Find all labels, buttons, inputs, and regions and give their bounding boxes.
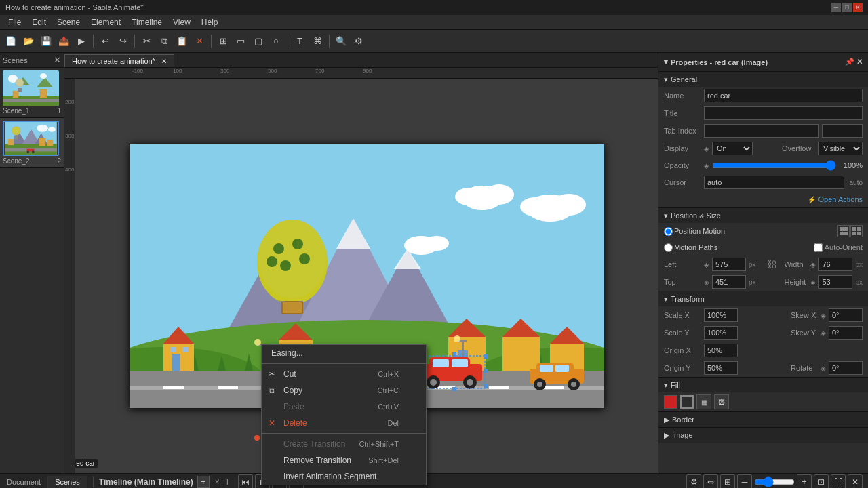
ctx-create-transition[interactable]: Create Transition Ctrl+Shift+T	[262, 436, 426, 452]
props-collapse-btn[interactable]: ▾	[664, 58, 668, 66]
tl-arrows-btn[interactable]: ⇔	[703, 474, 718, 489]
timeline-text-btn[interactable]: T	[225, 477, 230, 487]
title-input[interactable]	[704, 106, 863, 120]
timeline-close-btn[interactable]: ✕	[212, 476, 222, 487]
position-motion-radio[interactable]	[664, 227, 673, 236]
fill-color-border[interactable]	[680, 395, 694, 409]
tabindex-input2[interactable]	[822, 124, 863, 138]
open-btn[interactable]: 📂	[20, 33, 37, 49]
border-header[interactable]: ▶ Border	[658, 412, 868, 427]
transform-header[interactable]: ▾ Transform	[658, 291, 868, 306]
delete-btn[interactable]: ✕	[191, 33, 208, 49]
menu-file[interactable]: File	[3, 16, 26, 28]
shape-circle-btn[interactable]: ○	[268, 33, 284, 49]
shape-rounded-btn[interactable]: ▢	[250, 33, 267, 49]
originy-input[interactable]	[704, 361, 738, 375]
ctx-easing[interactable]: Easing...	[262, 345, 426, 361]
zoom-btn[interactable]: 🔍	[333, 33, 349, 49]
ctx-invert-segment[interactable]: Invert Animation Segment	[262, 468, 426, 485]
tl-zoom-slider[interactable]	[754, 479, 795, 485]
menu-element[interactable]: Element	[85, 16, 126, 28]
left-input[interactable]	[712, 258, 746, 271]
ctx-remove-transition[interactable]: Remove Transition Shift+Del	[262, 452, 426, 468]
name-input[interactable]	[704, 89, 863, 102]
position-motion-opt[interactable]: Position Motion	[664, 227, 725, 236]
svg-btn[interactable]: ⌘	[309, 33, 326, 49]
timeline-add-btn[interactable]: +	[197, 476, 210, 488]
props-close-btn[interactable]: ✕	[856, 58, 863, 66]
tl-close-btn2[interactable]: ✕	[848, 474, 863, 489]
new-btn[interactable]: 📄	[3, 33, 19, 49]
props-pin-btn[interactable]: 📌	[845, 58, 854, 66]
scaley-label: Scale Y	[664, 329, 701, 337]
menu-help[interactable]: Help	[196, 16, 224, 28]
preview-btn[interactable]: ▶	[73, 33, 90, 49]
top-input[interactable]	[712, 275, 746, 289]
skewx-input[interactable]	[829, 308, 863, 322]
undo-btn[interactable]: ↩	[97, 33, 113, 49]
scene-2-thumb[interactable]: Scene_2 2	[0, 118, 64, 168]
motion-paths-radio[interactable]	[664, 243, 673, 252]
open-actions-btn[interactable]: Open Actions	[818, 195, 863, 203]
rotate-input[interactable]	[829, 361, 863, 375]
settings-btn[interactable]: ⚙	[351, 33, 367, 49]
scaley-input[interactable]	[704, 326, 738, 340]
fill-color-solid[interactable]	[664, 395, 677, 409]
tabindex-input[interactable]	[704, 124, 819, 138]
auto-orient-check[interactable]	[814, 243, 823, 252]
tl-fit-btn[interactable]: ⊡	[814, 474, 829, 489]
minimize-btn[interactable]: ─	[831, 3, 841, 12]
align-btn[interactable]: ⊞	[215, 33, 231, 49]
opacity-slider[interactable]	[712, 162, 836, 169]
menu-timeline[interactable]: Timeline	[126, 16, 167, 28]
tab-close-btn[interactable]: ✕	[161, 58, 167, 65]
save-btn[interactable]: 💾	[38, 33, 54, 49]
paste-btn[interactable]: 📋	[174, 33, 190, 49]
scene-1-thumb[interactable]: Scene_1 1	[0, 68, 64, 118]
scalex-input[interactable]	[704, 308, 738, 322]
display-select[interactable]: On Off	[712, 142, 753, 155]
cut-btn[interactable]: ✂	[138, 33, 155, 49]
close-btn[interactable]: ✕	[853, 3, 863, 12]
originx-input[interactable]	[704, 344, 738, 357]
tab-scenes[interactable]: Scenes	[48, 476, 87, 488]
skewy-input[interactable]	[829, 326, 863, 340]
image-header[interactable]: ▶ Image	[658, 428, 868, 443]
general-header[interactable]: ▾ General	[658, 72, 868, 87]
maximize-btn[interactable]: □	[842, 3, 852, 12]
skip-back-btn[interactable]: ⏮	[238, 474, 253, 489]
text-btn[interactable]: T	[292, 33, 308, 49]
width-input[interactable]	[818, 258, 852, 271]
shape-rect-btn[interactable]: ▭	[233, 33, 249, 49]
ctx-copy[interactable]: ⧉ Copy Ctrl+C	[262, 382, 426, 399]
motion-paths-opt[interactable]: Motion Paths	[664, 243, 717, 252]
scenes-close-btn[interactable]: ✕	[54, 55, 61, 65]
tab-document[interactable]: Document	[0, 476, 48, 488]
position-size-header[interactable]: ▾ Position & Size	[658, 208, 868, 223]
tl-grid-btn[interactable]: ⊞	[720, 474, 735, 489]
copy-btn[interactable]: ⧉	[156, 33, 172, 49]
fill-header[interactable]: ▾ Fill	[658, 378, 868, 392]
redo-btn[interactable]: ↪	[115, 33, 131, 49]
overflow-select[interactable]: Visible Hidden	[818, 142, 863, 155]
grid-icon-9[interactable]	[850, 225, 863, 237]
ctx-cut[interactable]: ✂ Cut Ctrl+X	[262, 366, 426, 382]
fill-gradient-btn[interactable]: ▦	[696, 394, 711, 409]
cursor-input[interactable]	[704, 176, 844, 189]
menu-view[interactable]: View	[167, 16, 196, 28]
grid-icon-4[interactable]	[837, 225, 850, 237]
tl-fullscreen-btn[interactable]: ⛶	[831, 474, 846, 489]
menu-edit[interactable]: Edit	[26, 16, 52, 28]
auto-orient-label[interactable]: Auto-Orient	[814, 243, 863, 252]
menu-scene[interactable]: Scene	[52, 16, 85, 28]
ctx-delete[interactable]: ✕ Delete Del	[262, 415, 426, 431]
tl-zoom-out-btn[interactable]: ─	[737, 474, 752, 489]
svg-rect-67	[182, 347, 188, 352]
canvas-tab-main[interactable]: How to create animation* ✕	[64, 54, 174, 67]
tl-settings-btn[interactable]: ⚙	[686, 474, 701, 489]
tl-zoom-in-btn[interactable]: +	[797, 474, 812, 489]
ctx-paste[interactable]: Paste Ctrl+V	[262, 399, 426, 415]
height-input[interactable]	[818, 275, 852, 289]
export-btn[interactable]: 📤	[56, 33, 72, 49]
fill-image-btn[interactable]: 🖼	[714, 394, 729, 409]
